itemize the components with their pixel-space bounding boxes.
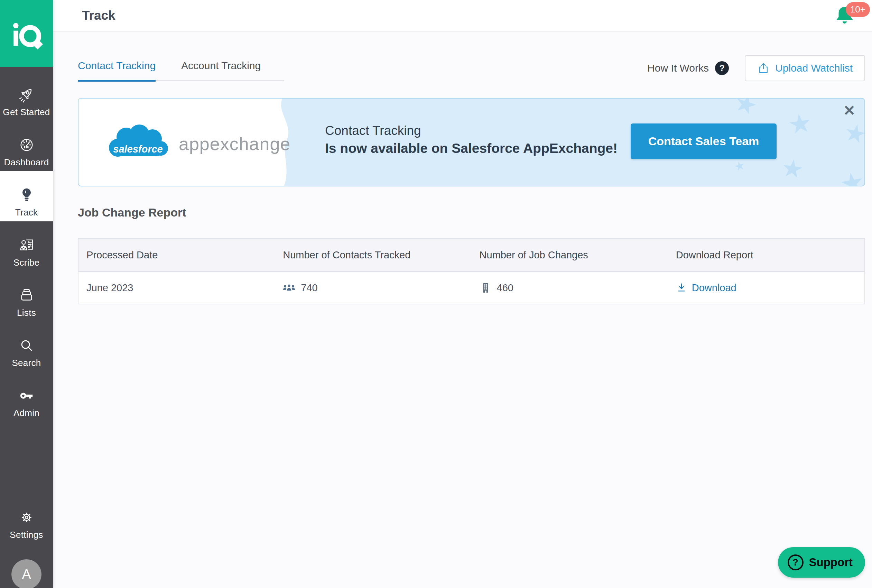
sidebar-item-label: Search (12, 358, 41, 368)
sidebar-item-admin[interactable]: Admin (0, 372, 53, 422)
star-decoration (788, 112, 812, 136)
contacts-tracked-cell: 740 (275, 282, 471, 294)
sidebar-item-search[interactable]: Search (0, 322, 53, 372)
sidebar-item-label: Dashboard (4, 157, 49, 168)
job-change-report-table: Processed Date Number of Contacts Tracke… (78, 238, 865, 304)
banner-close-icon[interactable]: ✕ (843, 104, 856, 118)
sidebar-nav: Get Started Dashboard (0, 71, 53, 422)
gear-icon (19, 510, 34, 525)
scribe-icon (19, 237, 34, 253)
upload-watchlist-label: Upload Watchlist (775, 62, 853, 74)
upload-icon (757, 62, 770, 74)
avatar-initial: A (22, 567, 31, 582)
table-header-row: Processed Date Number of Contacts Tracke… (78, 238, 865, 272)
content: Contact Tracking Account Tracking How It… (53, 32, 872, 588)
star-decoration (734, 160, 745, 172)
tabs-row: Contact Tracking Account Tracking How It… (78, 55, 865, 81)
salesforce-appexchange-logo: salesforce appexchange (103, 118, 297, 167)
banner-copy: Contact Tracking Is now available on Sal… (325, 123, 617, 156)
download-report-link[interactable]: Download (676, 282, 736, 294)
lists-icon (19, 287, 34, 303)
star-decoration (844, 123, 865, 146)
app-root: Get Started Dashboard (0, 0, 872, 588)
sidebar-item-label: Get Started (3, 107, 50, 118)
report-heading: Job Change Report (78, 206, 865, 219)
key-icon (19, 388, 34, 404)
sidebar-item-lists[interactable]: Lists (0, 272, 53, 322)
sidebar-item-label: Scribe (13, 257, 40, 268)
banner-subtitle: Is now available on Salesforce AppExchan… (325, 141, 617, 156)
building-icon (479, 282, 491, 294)
tab-contact-tracking[interactable]: Contact Tracking (78, 60, 156, 82)
appexchange-wordmark: appexchange (179, 134, 291, 154)
page-title: Track (82, 8, 115, 23)
user-avatar[interactable]: A (11, 559, 42, 588)
sidebar-item-scribe[interactable]: Scribe (0, 221, 53, 272)
speedometer-icon (19, 137, 34, 153)
page-controls: How It Works ? Upload Watchlist (647, 55, 865, 81)
contacts-tracked-value: 740 (301, 282, 318, 294)
sidebar-item-get-started[interactable]: Get Started (0, 71, 53, 121)
iq-logo-icon (9, 17, 45, 50)
star-decoration (781, 158, 803, 180)
search-icon (19, 338, 34, 354)
support-question-icon: ? (788, 555, 803, 570)
download-cell: Download (668, 282, 865, 294)
table-row: June 2023 (78, 272, 865, 304)
column-header-job-changes: Number of Job Changes (472, 249, 668, 261)
column-header-processed-date: Processed Date (78, 249, 275, 261)
salesforce-cloud-icon: salesforce (103, 121, 172, 165)
job-changes-cell: 460 (472, 282, 668, 294)
sidebar-item-track[interactable]: Track (0, 171, 53, 221)
sidebar-item-label: Settings (10, 530, 43, 540)
lightbulb-icon (19, 187, 34, 203)
column-header-download-report: Download Report (668, 249, 865, 261)
salesforce-wordmark: salesforce (113, 144, 163, 154)
how-it-works-link[interactable]: How It Works (647, 62, 709, 74)
help-question-icon[interactable]: ? (715, 61, 729, 75)
app-logo[interactable] (0, 0, 53, 67)
processed-date-value: June 2023 (87, 282, 133, 294)
support-button[interactable]: ? Support (778, 547, 865, 578)
tab-account-tracking[interactable]: Account Tracking (181, 60, 261, 80)
sidebar-item-settings[interactable]: Settings (0, 494, 53, 544)
sidebar: Get Started Dashboard (0, 0, 53, 588)
star-decoration (733, 98, 759, 117)
sidebar-item-label: Track (15, 207, 38, 218)
support-label: Support (809, 556, 853, 569)
tab-bar: Contact Tracking Account Tracking (78, 60, 284, 81)
appexchange-banner: salesforce appexchange Contact Tracking … (78, 98, 865, 186)
sidebar-item-dashboard[interactable]: Dashboard (0, 121, 53, 171)
sidebar-item-label: Admin (13, 408, 39, 418)
download-label: Download (692, 282, 736, 294)
processed-date-cell: June 2023 (78, 282, 275, 294)
upload-watchlist-button[interactable]: Upload Watchlist (745, 55, 865, 81)
main-area: Track 10+ Contact Tracking Account Track… (53, 0, 872, 588)
sidebar-item-label: Lists (17, 308, 36, 318)
notification-count-badge: 10+ (846, 2, 870, 17)
banner-title: Contact Tracking (325, 123, 617, 138)
contact-sales-team-button[interactable]: Contact Sales Team (631, 123, 776, 159)
notifications-button[interactable]: 10+ (831, 2, 870, 30)
download-icon (676, 282, 687, 293)
rocket-icon (19, 87, 34, 103)
column-header-contacts-tracked: Number of Contacts Tracked (275, 249, 471, 261)
people-group-icon (283, 282, 295, 293)
top-bar: Track 10+ (53, 0, 872, 32)
star-decoration (839, 171, 865, 186)
job-changes-value: 460 (497, 282, 514, 294)
